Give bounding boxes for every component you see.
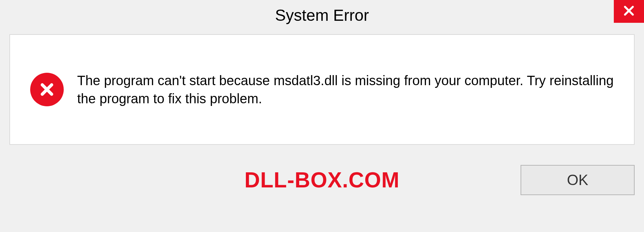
- dialog-footer: DLL-BOX.COM OK: [9, 162, 635, 198]
- ok-button[interactable]: OK: [521, 165, 635, 195]
- watermark-text: DLL-BOX.COM: [245, 168, 400, 192]
- close-icon: [622, 4, 636, 19]
- titlebar: System Error: [0, 0, 644, 30]
- error-icon: [30, 73, 64, 106]
- close-button[interactable]: [614, 0, 644, 23]
- error-message: The program can't start because msdatl3.…: [77, 71, 614, 108]
- ok-button-label: OK: [567, 172, 588, 188]
- dialog-content: The program can't start because msdatl3.…: [9, 34, 635, 145]
- dialog-title: System Error: [275, 6, 369, 24]
